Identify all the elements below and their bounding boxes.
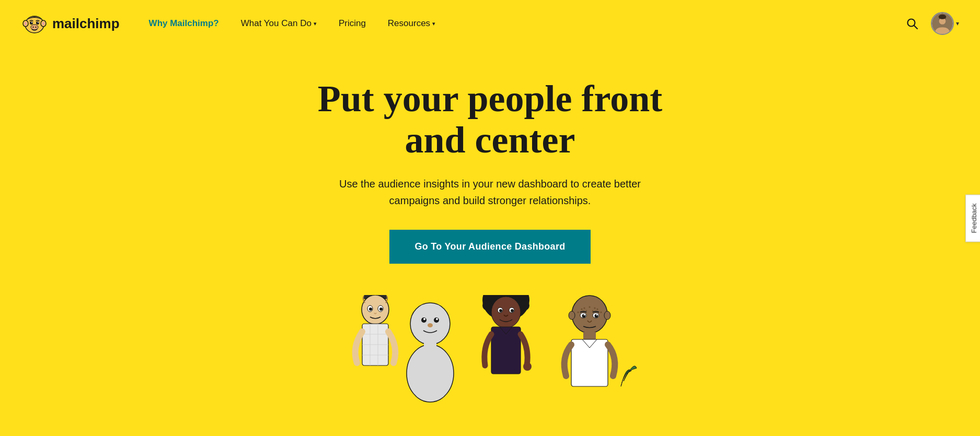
logo-text: mailchimp [52,16,120,32]
svg-point-41 [482,300,493,311]
svg-point-7 [31,22,32,23]
svg-point-19 [362,295,389,324]
hero-title: Put your people front and center [307,78,673,161]
svg-point-50 [523,362,532,371]
cta-button[interactable]: Go To Your Audience Dashboard [389,230,590,264]
svg-point-65 [583,314,584,315]
nav-links: Why Mailchimp? What You Can Do ▾ Pricing… [141,14,902,33]
navbar: mailchimp Why Mailchimp? What You Can Do… [0,0,980,47]
nav-item-what-you-can-do[interactable]: What You Can Do ▾ [233,14,325,33]
svg-point-35 [428,323,433,327]
hero-subtitle: Use the audience insights in your new da… [339,175,642,209]
svg-point-66 [596,314,597,315]
svg-point-52 [577,312,579,313]
nav-item-pricing[interactable]: Pricing [330,14,374,33]
svg-rect-37 [424,343,436,353]
avatar [931,12,954,35]
svg-point-58 [594,308,595,309]
svg-point-4 [42,22,45,26]
svg-point-8 [38,22,39,23]
svg-point-10 [32,27,33,28]
hero-illustration [307,295,673,410]
svg-point-22 [369,308,372,311]
svg-point-48 [511,309,514,312]
svg-point-11 [35,27,36,28]
svg-point-3 [25,22,27,26]
svg-point-47 [499,309,502,312]
nav-item-why-mailchimp[interactable]: Why Mailchimp? [141,14,227,33]
illustration-area [0,295,980,410]
svg-point-60 [592,310,593,311]
feedback-tab[interactable]: Feedback [965,194,980,242]
svg-point-42 [519,300,529,311]
hero-section: Put your people front and center Use the… [0,47,980,274]
svg-point-56 [600,312,602,313]
svg-point-23 [379,308,383,311]
chevron-down-icon: ▾ [432,20,435,27]
svg-point-57 [583,308,585,309]
nav-right: ▾ [902,12,959,35]
svg-point-68 [604,311,610,320]
nav-item-resources[interactable]: Resources ▾ [379,14,444,33]
logo-icon [21,10,48,37]
svg-point-53 [581,309,582,310]
svg-point-59 [585,310,586,311]
svg-point-5 [30,21,33,25]
user-account-button[interactable]: ▾ [931,12,959,35]
svg-point-55 [596,309,598,310]
svg-point-34 [436,318,438,320]
svg-line-13 [914,26,917,29]
svg-point-6 [36,21,39,25]
search-button[interactable] [902,13,923,34]
svg-point-33 [423,318,425,320]
svg-point-16 [939,15,947,19]
chevron-down-icon: ▾ [314,20,317,27]
chevron-down-icon: ▾ [956,20,959,27]
svg-rect-70 [571,339,608,386]
logo-link[interactable]: mailchimp [21,10,120,37]
svg-point-54 [589,307,590,308]
search-icon [906,17,918,30]
svg-point-44 [491,297,521,328]
svg-point-67 [569,311,575,320]
